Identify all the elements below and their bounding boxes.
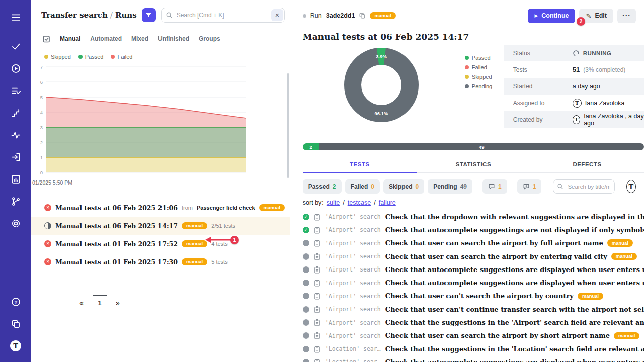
tab-unfinished[interactable]: Unfinished <box>158 35 189 42</box>
filter-skipped[interactable]: Skipped0 <box>383 179 424 194</box>
assigned-value[interactable]: Iana Zavoloka <box>585 100 625 107</box>
run-from-label: from <box>182 205 193 211</box>
filter-button[interactable] <box>142 8 156 22</box>
test-title: Check that user can search the airport b… <box>385 253 607 260</box>
page-1-button[interactable]: 1 <box>93 295 107 307</box>
testcase-icon <box>313 358 321 362</box>
test-status-icon <box>303 332 309 339</box>
logo-icon[interactable]: T <box>6 336 26 356</box>
sort-by-suite[interactable]: suite <box>327 199 340 206</box>
tab-defects[interactable]: DEFECTS <box>530 156 644 173</box>
run-title: Manual tests at 01 Feb 2025 17:30 <box>55 258 178 266</box>
run-row-selected[interactable]: Manual tests at 06 Feb 2025 14:17 manual… <box>31 217 290 235</box>
assignee-avatar[interactable]: T <box>626 180 636 193</box>
info-row-tests: Tests 51(3% completed) <box>504 61 644 78</box>
test-status-icon <box>303 319 309 326</box>
donut-legend: Passed Failed Skipped Pending <box>465 53 492 91</box>
test-status-icon <box>303 280 309 286</box>
test-row[interactable]: 'Airport' search Check that autocomplete… <box>303 263 644 276</box>
avatar: T <box>573 115 580 124</box>
svg-text:3: 3 <box>40 125 43 130</box>
sort-bar: sort by: suite / testcase / failure <box>303 199 644 206</box>
run-meta: 2/51 tests <box>211 223 235 229</box>
test-suite: 'Location' search <box>325 358 381 362</box>
test-row[interactable]: 'Airport' search Check that autocomplete… <box>303 223 644 236</box>
settings-gear-icon[interactable] <box>6 213 26 233</box>
run-progress-bar: 2 49 <box>303 143 644 150</box>
filter-comment-add[interactable]: 1 <box>517 179 542 194</box>
funnel-icon <box>145 12 152 19</box>
test-row[interactable]: 'Airport' search Check that user can sea… <box>303 250 644 263</box>
filter-pending[interactable]: Pending49 <box>428 179 472 194</box>
documents-icon[interactable] <box>6 314 26 334</box>
milestones-icon[interactable] <box>6 103 26 123</box>
tab-groups[interactable]: Groups <box>199 35 220 42</box>
manual-badge: manual <box>182 240 207 248</box>
test-row[interactable]: 'Location' search Check that autocomplet… <box>303 355 644 362</box>
run-title: Manual tests at 01 Feb 2025 17:52 <box>55 240 178 248</box>
sidebar: ? T <box>0 0 31 362</box>
runs-icon[interactable] <box>6 58 26 78</box>
checks-icon[interactable] <box>6 36 26 56</box>
sort-by-failure[interactable]: failure <box>379 199 396 206</box>
tab-manual[interactable]: Manual <box>60 35 80 42</box>
continue-button[interactable]: ▶ Continue <box>528 9 575 23</box>
run-row[interactable]: Manual tests at 01 Feb 2025 17:30 manual… <box>31 253 290 271</box>
test-row[interactable]: 'Airport' search Check that the dropdown… <box>303 210 644 223</box>
testcase-icon <box>313 319 321 326</box>
test-title: Check that the dropdown with relevant su… <box>385 213 644 221</box>
svg-text:0: 0 <box>40 170 43 175</box>
sign-in-icon[interactable] <box>6 147 26 167</box>
manual-badge: manual <box>607 239 633 247</box>
search-icon <box>166 12 173 19</box>
test-row[interactable]: 'Airport' search Check that user can sea… <box>303 329 644 342</box>
progress-pending: 49 <box>319 143 644 150</box>
activity-icon[interactable] <box>6 125 26 145</box>
test-row[interactable]: 'Airport' search Check that the suggesti… <box>303 316 644 329</box>
runs-search-input[interactable] <box>161 8 285 23</box>
test-row[interactable]: 'Airport' search Check that user can sea… <box>303 237 644 250</box>
more-actions-button[interactable]: ··· <box>617 9 636 23</box>
branch-icon[interactable] <box>6 191 26 211</box>
tab-automated[interactable]: Automated <box>90 35 122 42</box>
prev-page-button[interactable]: « <box>74 295 89 307</box>
menu-icon[interactable] <box>6 7 26 27</box>
run-row[interactable]: Manual tests at 01 Feb 2025 17:52 manual… <box>31 235 290 253</box>
play-icon: ▶ <box>534 13 538 18</box>
runs-panel: Transfer search/Runs ✕ Manual Automated … <box>31 0 290 362</box>
test-title: Check that user can search the airport b… <box>385 332 610 339</box>
run-row[interactable]: Manual tests at 06 Feb 2025 21:06 from P… <box>31 199 290 217</box>
spinner-icon <box>573 50 580 57</box>
tab-mixed[interactable]: Mixed <box>131 35 148 42</box>
svg-text:3.9%: 3.9% <box>376 54 387 59</box>
test-plans-icon[interactable] <box>6 80 26 101</box>
test-row[interactable]: 'Airport' search Check that autocomplete… <box>303 276 644 289</box>
testcase-icon <box>313 306 321 313</box>
created-value[interactable]: Iana Zavoloka , a day ago <box>584 113 644 127</box>
test-row[interactable]: 'Location' search Check that the suggest… <box>303 342 644 355</box>
progress-passed: 2 <box>303 143 319 150</box>
breadcrumb: Transfer search/Runs <box>41 11 137 20</box>
select-all-icon[interactable] <box>42 35 50 43</box>
tab-tests[interactable]: TESTS <box>303 156 417 173</box>
clear-search-button[interactable]: ✕ <box>271 9 283 21</box>
test-row[interactable]: 'Airport' search Check that user can't c… <box>303 303 644 316</box>
tab-statistics[interactable]: STATISTICS <box>417 156 530 173</box>
filter-failed[interactable]: Failed0 <box>345 179 380 194</box>
run-overview: 3.9%96.1% Passed Failed Skipped Pending … <box>303 45 644 139</box>
breadcrumb-project[interactable]: Transfer search <box>41 11 108 20</box>
sort-by-testcase[interactable]: testcase <box>348 199 371 206</box>
test-suite: 'Airport' search <box>325 240 381 247</box>
filter-comments[interactable]: 1 <box>482 179 507 194</box>
test-row[interactable]: 'Airport' search Check that user can't s… <box>303 290 644 303</box>
filter-passed[interactable]: Passed2 <box>303 179 342 194</box>
scrollbar[interactable] <box>287 73 289 178</box>
annotation-step-1: 1 <box>230 236 239 244</box>
manual-badge: manual <box>370 12 395 20</box>
manual-badge: manual <box>259 204 285 212</box>
help-icon[interactable]: ? <box>6 292 26 312</box>
next-page-button[interactable]: » <box>111 295 125 307</box>
test-status-icon <box>303 293 309 299</box>
reports-icon[interactable] <box>6 169 26 189</box>
copy-icon[interactable] <box>359 12 366 19</box>
